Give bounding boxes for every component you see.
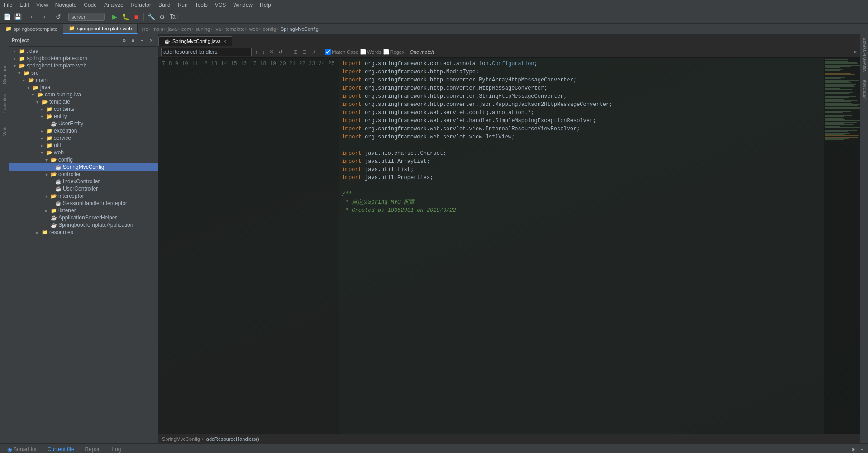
back-button[interactable]: ←: [28, 12, 38, 22]
tree-item-IndexController[interactable]: ☕IndexController: [9, 178, 158, 185]
tree-item-contants[interactable]: ▸📁contants: [9, 105, 158, 113]
project-tab-0[interactable]: 📁 springboot-template: [0, 24, 63, 34]
file-tab-close[interactable]: ×: [224, 39, 226, 44]
tab-sonarlint[interactable]: ◉ SonarLint: [2, 445, 42, 453]
match-case-label[interactable]: Match Case: [325, 49, 358, 55]
tab-report[interactable]: Report: [79, 445, 106, 453]
code-editor[interactable]: import org.springframework.context.annot…: [339, 58, 824, 434]
menu-build[interactable]: Build: [155, 1, 174, 9]
tree-item-com.suning.iva[interactable]: ▾📂com.suning.iva: [9, 91, 158, 98]
left-icon-structure[interactable]: Structure: [0, 62, 9, 89]
search-expand-button[interactable]: ⊟: [301, 48, 308, 56]
tree-item-idea[interactable]: ▸📁.idea: [9, 48, 158, 55]
stop-button[interactable]: ■: [131, 12, 141, 22]
debug-button[interactable]: 🐛: [120, 12, 130, 22]
database-panel-label[interactable]: Database: [860, 76, 868, 105]
search-close-button[interactable]: ×: [854, 48, 857, 56]
search-regex-toggle[interactable]: .+: [310, 48, 317, 56]
tab-log[interactable]: Log: [106, 445, 126, 453]
bc-sep8: ▸: [259, 26, 262, 32]
menu-analyze[interactable]: Analyze: [100, 1, 127, 9]
tree-item-UserController[interactable]: ☕UserController: [9, 185, 158, 192]
left-icon-web[interactable]: Web: [0, 118, 9, 145]
tree-item-util[interactable]: ▸📁util: [9, 142, 158, 149]
menu-run[interactable]: Run: [174, 1, 191, 9]
tree-item-springboot-template-web[interactable]: ▾📂springboot-template-web: [9, 62, 158, 69]
main-layout: Structure Favorites Web Project ⚙ ≡ − × …: [0, 34, 868, 443]
search-next-button[interactable]: ↓: [261, 48, 266, 56]
left-icon-favorites[interactable]: Favorites: [0, 90, 9, 117]
tree-item-SessionHandlerInterceptor[interactable]: ☕SessionHandlerInterceptor: [9, 200, 158, 207]
build-button[interactable]: 🔧: [146, 12, 156, 22]
menu-refactor[interactable]: Refactor: [127, 1, 155, 9]
forward-button[interactable]: →: [38, 12, 48, 22]
search-prev-button[interactable]: ↑: [253, 48, 259, 56]
bc-config[interactable]: config: [263, 26, 276, 32]
menu-window[interactable]: Window: [229, 1, 256, 9]
tree-item-SpringMvcConfig[interactable]: ☕SpringMvcConfig: [9, 163, 158, 171]
bc-iva[interactable]: iva: [215, 26, 221, 32]
save-button[interactable]: 💾: [13, 12, 23, 22]
tree-item-java[interactable]: ▾📂java: [9, 84, 158, 91]
sidebar-collapse-button[interactable]: −: [138, 36, 146, 44]
menu-file[interactable]: File: [0, 1, 16, 9]
bc-suning[interactable]: suning: [196, 26, 210, 32]
bc-web[interactable]: web: [249, 26, 258, 32]
run-button[interactable]: ▶: [110, 12, 119, 22]
tree-item-listener[interactable]: ▸📁listener: [9, 207, 158, 214]
bottom-minimize-button[interactable]: −: [858, 446, 866, 453]
tree-item-resources[interactable]: ▸📁resources: [9, 229, 158, 236]
tree-item-src[interactable]: ▾📂src: [9, 69, 158, 76]
tree-item-controller[interactable]: ▾📂controller: [9, 171, 158, 178]
menu-code[interactable]: Code: [80, 1, 100, 9]
tab-current-file[interactable]: Current file: [42, 445, 80, 453]
tree-item-springboot-template-pom[interactable]: ▸📁springboot-template-pom: [9, 55, 158, 62]
tree-item-template[interactable]: ▾📂template: [9, 98, 158, 105]
sidebar-close-button[interactable]: ×: [147, 36, 155, 44]
project-tab-1[interactable]: 📁 springboot-template-web: [63, 24, 138, 34]
menu-navigate[interactable]: Navigate: [52, 1, 80, 9]
bc-src[interactable]: src: [141, 26, 148, 32]
undo-button[interactable]: ↺: [53, 12, 63, 22]
maven-panel-label[interactable]: Maven Projects: [860, 34, 868, 76]
tree-item-interceptor[interactable]: ▾📂interceptor: [9, 192, 158, 200]
tree-item-config[interactable]: ▾📂config: [9, 156, 158, 163]
bc-com[interactable]: com: [181, 26, 191, 32]
search-filter-button[interactable]: ⊞: [292, 48, 299, 56]
tree-item-main[interactable]: ▾📂main: [9, 76, 158, 84]
bc-main[interactable]: main: [153, 26, 163, 32]
breadcrumb-springmvc[interactable]: SpringMvcConfig: [162, 436, 200, 442]
bc-template[interactable]: template: [225, 26, 244, 32]
tree-item-service[interactable]: ▸📁service: [9, 134, 158, 142]
bc-java[interactable]: java: [168, 26, 177, 32]
sidebar-settings-button[interactable]: ⚙: [120, 36, 128, 44]
menu-view[interactable]: View: [33, 1, 52, 9]
sidebar-layout-button[interactable]: ≡: [129, 36, 137, 44]
tree-item-entity[interactable]: ▾📂entity: [9, 113, 158, 120]
tree-item-ApplicationServerHelper[interactable]: ☕ApplicationServerHelper: [9, 214, 158, 221]
bottom-settings-button[interactable]: ⚙: [849, 446, 857, 453]
file-tab-springmvcconfig[interactable]: ☕ SpringMvcConfig.java ×: [158, 36, 232, 46]
menu-edit[interactable]: Edit: [16, 1, 33, 9]
words-checkbox[interactable]: [360, 49, 366, 55]
breadcrumb-method[interactable]: addResourceHandlers(): [206, 436, 259, 442]
search-input[interactable]: [161, 48, 252, 56]
tree-item-exception[interactable]: ▸📁exception: [9, 127, 158, 134]
regex-label[interactable]: Regex: [383, 49, 405, 55]
bc-springmvc[interactable]: SpringMvcConfig: [281, 26, 319, 32]
settings-button[interactable]: ⚙: [157, 12, 167, 22]
server-selector[interactable]: server: [68, 13, 105, 21]
menu-tools[interactable]: Tools: [191, 1, 211, 9]
menu-help[interactable]: Help: [256, 1, 275, 9]
menu-vcs[interactable]: VCS: [211, 1, 230, 9]
new-file-button[interactable]: 📄: [2, 12, 12, 22]
regex-checkbox[interactable]: [383, 49, 389, 55]
words-label[interactable]: Words: [360, 49, 382, 55]
tree-item-SpringbootTemplateApplication[interactable]: ☕SpringbootTemplateApplication: [9, 221, 158, 229]
match-case-checkbox[interactable]: [325, 49, 331, 55]
search-refresh-button[interactable]: ↺: [277, 48, 284, 56]
search-clear-button[interactable]: ✕: [268, 48, 275, 56]
code-area[interactable]: 7 8 9 10 11 12 13 14 15 16 17 18 19 20 2…: [158, 58, 860, 434]
tree-item-web[interactable]: ▾📂web: [9, 149, 158, 156]
tree-item-UserEntity[interactable]: ☕UserEntity: [9, 120, 158, 127]
